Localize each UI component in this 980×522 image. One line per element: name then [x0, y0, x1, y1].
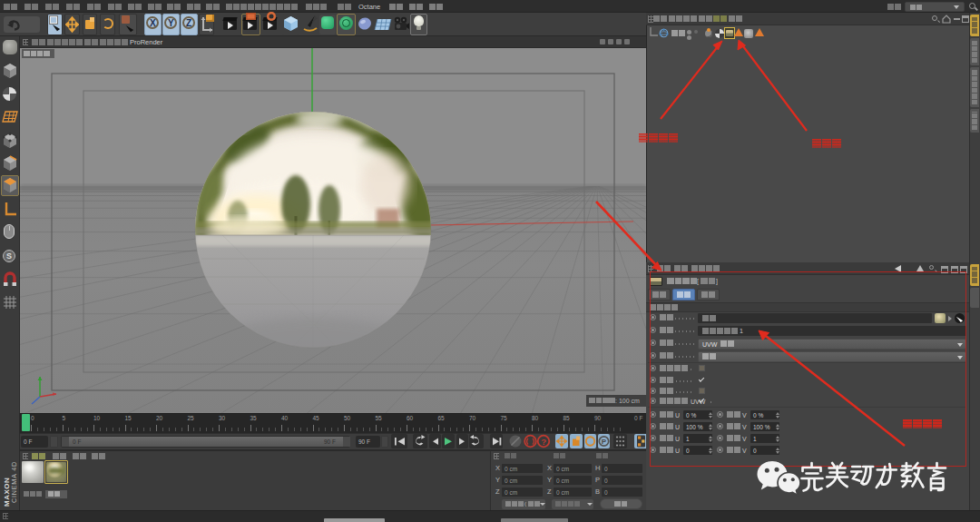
svg-text:P: P — [602, 438, 607, 446]
svg-text:?: ? — [541, 437, 546, 447]
